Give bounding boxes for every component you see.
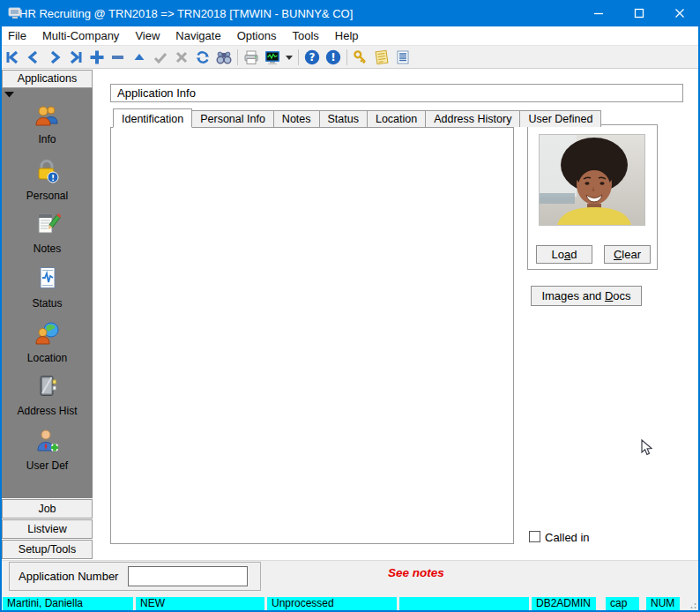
sidebar-item-notes[interactable]: Notes [2, 211, 93, 255]
tab-address-history[interactable]: Address History [425, 110, 520, 127]
sidebar-item-info[interactable]: Info [2, 103, 93, 146]
print-icon[interactable] [241, 48, 262, 67]
close-button[interactable] [659, 0, 700, 26]
status-user: DB2ADMIN [532, 597, 596, 610]
delete-record-icon[interactable] [108, 48, 129, 67]
data-view-dropdown-icon[interactable] [283, 48, 295, 67]
photo-panel: Load Clear [527, 124, 658, 270]
sidebar-item-address-hist[interactable]: Address Hist [2, 373, 93, 417]
maximize-button[interactable] [619, 0, 659, 26]
person-plus-icon [34, 428, 61, 454]
menu-navigate[interactable]: Navigate [168, 26, 228, 46]
about-icon[interactable]: ! [323, 48, 344, 67]
sticky-notes-icon[interactable] [371, 48, 392, 67]
sidebar-label: Info [2, 133, 93, 146]
called-in-label: Called in [545, 531, 590, 544]
status-process-state: Unprocessed [267, 597, 397, 610]
images-and-docs-button[interactable]: Images and Docs [531, 286, 642, 306]
sidebar-label: Address Hist [2, 405, 93, 417]
cancel-icon[interactable] [171, 48, 192, 67]
lock-alert-icon: ! [34, 158, 61, 184]
sidebar-item-location[interactable]: Location [2, 320, 93, 364]
move-up-icon[interactable] [129, 48, 150, 67]
tab-location[interactable]: Location [367, 110, 426, 127]
sidebar-label: User Def [2, 459, 93, 472]
permissions-key-icon[interactable] [350, 48, 371, 67]
sidebar: Info ! Personal Notes Status Location Ad… [2, 88, 93, 498]
previous-record-icon[interactable] [23, 48, 44, 67]
menu-multi-company[interactable]: Multi-Company [34, 26, 127, 46]
sidebar-label: Personal [2, 190, 93, 202]
sidebar-button-setup-tools[interactable]: Setup/Tools [2, 540, 93, 559]
tab-user-defined[interactable]: User Defined [519, 110, 601, 127]
page-title: Application Info [110, 84, 683, 102]
toolbar-separator [298, 49, 299, 65]
svg-text:!: ! [331, 51, 335, 63]
see-notes-text: See notes [388, 566, 444, 579]
applicant-photo [539, 134, 645, 226]
help-icon[interactable]: ? [302, 48, 323, 67]
resize-grip[interactable] [687, 600, 697, 609]
app-icon [8, 6, 22, 20]
add-record-icon[interactable] [86, 48, 108, 67]
tab-notes[interactable]: Notes [273, 110, 320, 127]
minimize-button[interactable] [578, 0, 619, 26]
svg-text:!: ! [50, 174, 54, 183]
sidebar-scroll-down-icon[interactable] [2, 88, 17, 100]
sidebar-button-job[interactable]: Job [2, 499, 93, 519]
data-view-icon[interactable] [262, 48, 283, 67]
sidebar-label: Notes [2, 243, 93, 255]
tab-status[interactable]: Status [319, 110, 368, 127]
sidebar-label: Status [2, 297, 93, 310]
menu-options[interactable]: Options [229, 26, 285, 46]
first-record-icon[interactable] [2, 48, 23, 67]
status-empty-segment [399, 597, 529, 610]
accept-icon[interactable] [150, 48, 171, 67]
status-applicant-name: Martini, Daniella [3, 597, 133, 610]
toolbar-separator [346, 49, 347, 65]
status-caps: cap [606, 597, 639, 610]
refresh-icon[interactable] [192, 48, 213, 67]
next-record-icon[interactable] [44, 48, 65, 67]
menu-tools[interactable]: Tools [284, 26, 326, 46]
tab-page-identification [110, 127, 514, 544]
sidebar-header-applications[interactable]: Applications [2, 70, 93, 88]
sidebar-label: Location [2, 352, 93, 364]
menu-view[interactable]: View [127, 26, 168, 46]
window-border-left [0, 26, 2, 612]
title-bar: HR Recruiting @ TRN2018 => TRN2018 [TMWI… [0, 0, 700, 26]
load-button[interactable]: Load [536, 245, 592, 264]
sidebar-button-listview[interactable]: Listview [2, 519, 93, 539]
menu-help[interactable]: Help [327, 26, 367, 46]
sidebar-item-user-def[interactable]: User Def [2, 428, 93, 472]
sidebar-item-personal[interactable]: ! Personal [2, 158, 93, 202]
menu-bar: File Multi-Company View Navigate Options… [0, 26, 700, 46]
status-num: NUM [646, 597, 680, 610]
tab-identification[interactable]: Identification [113, 108, 192, 128]
tab-strip: Identification Personal Info Notes Statu… [114, 110, 601, 129]
notepad-pencil-icon [34, 211, 61, 237]
two-people-icon [34, 103, 61, 128]
person-globe-icon [34, 320, 61, 347]
status-record-state: NEW [136, 597, 264, 610]
report-icon[interactable] [392, 48, 413, 67]
application-window: HR Recruiting @ TRN2018 => TRN2018 [TMWI… [0, 0, 700, 612]
toolbar-separator [237, 49, 238, 65]
sidebar-item-status[interactable]: Status [2, 265, 93, 310]
application-number-input[interactable] [128, 566, 248, 586]
clear-button[interactable]: Clear [604, 245, 651, 264]
called-in-checkbox[interactable] [529, 531, 540, 542]
toolbar: ? ! [2, 46, 698, 69]
tab-personal-info[interactable]: Personal Info [191, 110, 274, 127]
find-icon[interactable] [213, 48, 235, 67]
window-title: HR Recruiting @ TRN2018 => TRN2018 [TMWI… [19, 7, 353, 20]
last-record-icon[interactable] [65, 48, 86, 67]
svg-text:?: ? [309, 51, 316, 63]
pulse-document-icon [34, 265, 61, 292]
menu-file[interactable]: File [0, 26, 34, 46]
address-book-icon [34, 373, 61, 399]
application-number-label: Application Number [19, 570, 118, 583]
